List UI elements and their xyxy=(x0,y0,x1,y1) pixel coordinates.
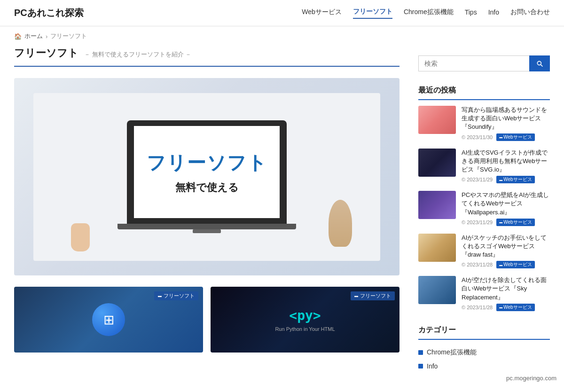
recent-post-1[interactable]: 写真から臨場感あるサウンドを生成する面白いWebサービス『Soundify』 2… xyxy=(418,106,550,141)
cat-dot-chrome xyxy=(418,350,423,355)
recent-post-4[interactable]: AIがスケッチのお手伝いをしてくれるスゴイWebサービス『draw fast』 … xyxy=(418,234,550,269)
recent-cat-2: Webサービス xyxy=(496,176,534,183)
hero-laptop-assembly: フリーソフト 無料で使える xyxy=(118,120,296,233)
recent-thumb-3 xyxy=(418,191,456,219)
nav-contact[interactable]: お問い合わせ xyxy=(510,8,550,18)
recent-title-3: PCやスマホの壁紙をAIが生成してくれるWebサービス『Wallpapers.a… xyxy=(462,191,550,217)
breadcrumb-separator: › xyxy=(46,33,47,40)
category-item-chrome[interactable]: Chrome拡張機能 xyxy=(418,345,550,360)
hero-laptop: フリーソフト 無料で使える xyxy=(127,120,287,224)
recent-meta-5: 2023/11/28 Webサービス xyxy=(462,304,550,311)
categories-heading: カテゴリー xyxy=(418,325,550,340)
hero-text-main: フリーソフト xyxy=(147,150,267,176)
recent-date-1: 2023/11/30 xyxy=(462,134,493,140)
main-content: フリーソフト － 無料で使えるフリーソフトを紹介 － フリーソフト 無料で使える xyxy=(14,46,400,373)
recent-cat-4: Webサービス xyxy=(496,261,534,268)
recent-title-4: AIがスケッチのお手伝いをしてくれるスゴイWebサービス『draw fast』 xyxy=(462,234,550,259)
page-heading: フリーソフト － 無料で使えるフリーソフトを紹介 － xyxy=(14,46,400,67)
recent-info-2: AI生成でSVGイラストが作成できる商用利用も無料なWebサービス『SVG.io… xyxy=(462,149,550,184)
recent-date-2: 2023/11/29 xyxy=(462,177,493,182)
category-badge-2: フリーソフト xyxy=(351,291,395,300)
home-icon: 🏠 xyxy=(14,33,22,40)
recent-info-3: PCやスマホの壁紙をAIが生成してくれるWebサービス『Wallpapers.a… xyxy=(462,191,550,226)
thumb-card-2[interactable]: <py> Run Python in Your HTML フリーソフト xyxy=(211,287,400,353)
recent-meta-2: 2023/11/29 Webサービス xyxy=(462,176,550,183)
recent-thumb-5 xyxy=(418,276,456,304)
recent-cat-1: Webサービス xyxy=(496,133,534,141)
category-badge-1: フリーソフト xyxy=(154,291,198,300)
search-icon xyxy=(536,60,543,67)
hero-laptop-base xyxy=(118,224,296,229)
nav-free-software[interactable]: フリーソフト xyxy=(353,8,392,19)
recent-posts-heading: 最近の投稿 xyxy=(418,86,550,100)
recent-title-5: AIが空だけを除去してくれる面白いWebサービス『Sky Replacement… xyxy=(462,276,550,302)
cat-dot-info xyxy=(418,364,423,368)
categories-section: カテゴリー Chrome拡張機能 Info xyxy=(418,325,550,373)
category-list: Chrome拡張機能 Info xyxy=(418,345,550,373)
recent-thumb-4 xyxy=(418,234,456,262)
site-title: PCあれこれ探索 xyxy=(14,7,84,19)
hero-text-sub: 無料で使える xyxy=(175,180,239,195)
recent-thumb-2 xyxy=(418,149,456,177)
recent-date-5: 2023/11/28 xyxy=(462,305,493,310)
main-nav: Webサービス フリーソフト Chrome拡張機能 Tips Info お問い合… xyxy=(302,8,550,19)
recent-info-4: AIがスケッチのお手伝いをしてくれるスゴイWebサービス『draw fast』 … xyxy=(462,234,550,269)
py-sub: Run Python in Your HTML xyxy=(275,326,335,332)
nav-web-services[interactable]: Webサービス xyxy=(302,8,342,18)
recent-info-5: AIが空だけを除去してくれる面白いWebサービス『Sky Replacement… xyxy=(462,276,550,311)
win11-icon: ⊞ xyxy=(92,303,125,336)
nav-tips[interactable]: Tips xyxy=(465,8,477,18)
recent-meta-1: 2023/11/30 Webサービス xyxy=(462,133,550,141)
nav-chrome-extensions[interactable]: Chrome拡張機能 xyxy=(404,8,454,18)
recent-cat-3: Webサービス xyxy=(496,219,534,226)
search-button[interactable] xyxy=(529,55,550,71)
recent-meta-4: 2023/11/28 Webサービス xyxy=(462,261,550,268)
recent-posts-section: 最近の投稿 写真から臨場感あるサウンドを生成する面白いWebサービス『Sound… xyxy=(418,86,550,311)
breadcrumb-home[interactable]: ホーム xyxy=(24,32,43,40)
recent-info-1: 写真から臨場感あるサウンドを生成する面白いWebサービス『Soundify』 2… xyxy=(462,106,550,141)
cat-label-chrome: Chrome拡張機能 xyxy=(427,348,477,357)
breadcrumb-current: フリーソフト xyxy=(50,32,87,40)
recent-thumb-1 xyxy=(418,106,456,134)
hero-image: フリーソフト 無料で使える xyxy=(14,78,400,275)
recent-post-2[interactable]: AI生成でSVGイラストが作成できる商用利用も無料なWebサービス『SVG.io… xyxy=(418,149,550,184)
recent-meta-3: 2023/11/29 Webサービス xyxy=(462,219,550,226)
recent-date-4: 2023/11/28 xyxy=(462,262,493,267)
recent-post-5[interactable]: AIが空だけを除去してくれる面白いWebサービス『Sky Replacement… xyxy=(418,276,550,311)
recent-cat-5: Webサービス xyxy=(496,304,534,311)
page-title: フリーソフト xyxy=(14,46,78,60)
sidebar: 最近の投稿 写真から臨場感あるサウンドを生成する面白いWebサービス『Sound… xyxy=(418,46,550,373)
recent-date-3: 2023/11/29 xyxy=(462,220,493,225)
page-subtitle: － 無料で使えるフリーソフトを紹介 － xyxy=(84,50,191,59)
category-item-info[interactable]: Info xyxy=(418,360,550,373)
nav-info[interactable]: Info xyxy=(488,8,499,18)
sidebar-search xyxy=(418,55,550,71)
recent-title-2: AI生成でSVGイラストが作成できる商用利用も無料なWebサービス『SVG.io… xyxy=(462,149,550,174)
thumbnail-grid: ⊞ フリーソフト <py> Run Python in Your HTML フリ… xyxy=(14,287,400,353)
cat-label-info: Info xyxy=(427,362,438,370)
decor-plant xyxy=(329,200,352,247)
recent-title-1: 写真から臨場感あるサウンドを生成する面白いWebサービス『Soundify』 xyxy=(462,106,550,132)
py-icon: <py> xyxy=(289,308,321,323)
decor-vase xyxy=(71,223,90,251)
breadcrumb: 🏠 ホーム › フリーソフト xyxy=(0,26,564,46)
thumb-card-1[interactable]: ⊞ フリーソフト xyxy=(14,287,203,353)
recent-post-3[interactable]: PCやスマホの壁紙をAIが生成してくれるWebサービス『Wallpapers.a… xyxy=(418,191,550,226)
hero-laptop-stand xyxy=(193,229,221,233)
hero-screen: フリーソフト 無料で使える xyxy=(134,126,280,218)
search-input[interactable] xyxy=(418,55,529,71)
